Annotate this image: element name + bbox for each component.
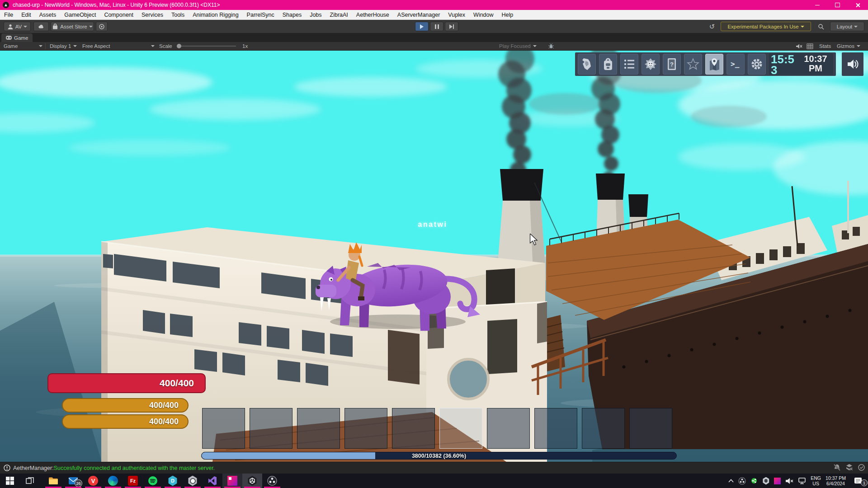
experimental-packages-button[interactable]: Experimental Packages In Use bbox=[721, 22, 811, 31]
tray-clock[interactable]: 10:37 PM6/4/2024 bbox=[823, 474, 848, 488]
search-button[interactable] bbox=[815, 22, 827, 31]
hotbar-slot-8[interactable] bbox=[534, 408, 577, 449]
taskbar-visual-studio[interactable] bbox=[203, 474, 222, 488]
gizmos-dropdown[interactable]: Gizmos bbox=[837, 42, 860, 50]
taskbar-docker[interactable]: D bbox=[163, 474, 183, 488]
menu-edit[interactable]: Edit bbox=[17, 10, 35, 20]
play-button[interactable] bbox=[415, 22, 429, 31]
status-bar[interactable]: AetherManager: Succesfully connected and… bbox=[0, 462, 868, 474]
capture-bug-button[interactable] bbox=[548, 42, 554, 50]
taskbar-github-desktop[interactable] bbox=[183, 474, 203, 488]
progress-check-icon[interactable] bbox=[858, 464, 865, 471]
close-button[interactable] bbox=[848, 0, 868, 10]
asset-store-button[interactable]: Asset Store bbox=[51, 22, 94, 31]
menu-window[interactable]: Window bbox=[469, 10, 497, 20]
lion-button[interactable] bbox=[642, 54, 660, 75]
menu-parrelsync[interactable]: ParrelSync bbox=[243, 10, 278, 20]
star-button[interactable] bbox=[684, 54, 702, 75]
hotbar-slot-4[interactable] bbox=[344, 408, 387, 449]
tray-language[interactable]: ENGUS bbox=[808, 474, 823, 488]
menu-zibraai[interactable]: ZibraAI bbox=[326, 10, 352, 20]
undo-history-button[interactable]: ↺ bbox=[706, 22, 718, 31]
maximize-button[interactable] bbox=[827, 0, 848, 10]
taskbar-rider[interactable] bbox=[222, 474, 242, 488]
map-pin-icon bbox=[708, 57, 720, 71]
menu-jobs[interactable]: Jobs bbox=[306, 10, 326, 20]
unity-editor-window: chased-urp - NewWorld - Windows, Mac, Li… bbox=[0, 0, 868, 488]
taskbar-spotify[interactable] bbox=[143, 474, 163, 488]
mute-audio-button[interactable] bbox=[796, 42, 802, 50]
taskbar-vivaldi[interactable]: V bbox=[83, 474, 103, 488]
display-dropdown[interactable]: Display 1 bbox=[50, 42, 77, 50]
menu-component[interactable]: Component bbox=[100, 10, 137, 20]
torn-map-button[interactable] bbox=[578, 54, 596, 75]
layout-button[interactable]: Layout bbox=[830, 22, 864, 31]
game-mode-dropdown[interactable]: Game bbox=[4, 42, 42, 50]
menu-aservermanager[interactable]: AServerManager bbox=[393, 10, 444, 20]
account-button[interactable]: AV bbox=[4, 22, 31, 31]
hotbar-slot-10[interactable] bbox=[629, 408, 672, 449]
task-view-button[interactable] bbox=[20, 474, 40, 488]
menu-help[interactable]: Help bbox=[498, 10, 518, 20]
pause-button[interactable] bbox=[430, 22, 443, 31]
hud-sound-button[interactable] bbox=[842, 52, 863, 76]
pause-icon bbox=[435, 24, 439, 29]
backpack-button[interactable] bbox=[599, 54, 617, 75]
taskbar-file-explorer[interactable] bbox=[43, 474, 63, 488]
taskbar-obs[interactable] bbox=[262, 474, 282, 488]
start-button[interactable] bbox=[0, 474, 20, 488]
cloud-button[interactable] bbox=[33, 22, 49, 31]
notifications-muted-icon[interactable] bbox=[833, 464, 841, 471]
tray-expand-button[interactable] bbox=[726, 474, 736, 488]
tab-game[interactable]: Game bbox=[1, 33, 33, 42]
chevron-down-icon bbox=[854, 26, 858, 28]
taskbar-filezilla[interactable]: Fz bbox=[123, 474, 143, 488]
menu-vuplex[interactable]: Vuplex bbox=[444, 10, 469, 20]
menu-tools[interactable]: Tools bbox=[167, 10, 189, 20]
hotbar-slot-7[interactable] bbox=[487, 408, 530, 449]
notification-center-button[interactable]: 1 bbox=[848, 474, 868, 488]
taskbar-edge[interactable] bbox=[103, 474, 123, 488]
rider-icon bbox=[227, 476, 237, 486]
tray-network[interactable] bbox=[796, 474, 808, 488]
github-desktop-icon bbox=[188, 476, 198, 486]
taskbar-unity[interactable] bbox=[242, 474, 262, 488]
hotbar-slot-5[interactable] bbox=[392, 408, 435, 449]
hotbar-slot-3[interactable] bbox=[297, 408, 340, 449]
aspect-dropdown[interactable]: Free Aspect bbox=[82, 42, 155, 50]
tray-obs[interactable] bbox=[736, 474, 748, 488]
hud-clock: 15:53 10:37 PM bbox=[769, 53, 833, 75]
menu-file[interactable]: File bbox=[0, 10, 17, 20]
hotbar-slot-9[interactable] bbox=[582, 408, 625, 449]
menu-gameobject[interactable]: GameObject bbox=[60, 10, 100, 20]
scale-slider[interactable] bbox=[177, 42, 236, 50]
tray-unity-hub[interactable] bbox=[760, 474, 772, 488]
cache-layers-icon[interactable] bbox=[845, 464, 853, 471]
tray-volume[interactable] bbox=[783, 474, 796, 488]
hotbar-slot-1[interactable] bbox=[202, 408, 245, 449]
version-control-button[interactable] bbox=[96, 22, 108, 31]
minimize-button[interactable] bbox=[807, 0, 827, 10]
tray-network-share[interactable] bbox=[748, 474, 760, 488]
step-button[interactable] bbox=[445, 22, 458, 31]
menu-assets[interactable]: Assets bbox=[35, 10, 61, 20]
hotbar-slot-6[interactable] bbox=[439, 408, 482, 449]
menu-shapes[interactable]: Shapes bbox=[278, 10, 306, 20]
menu-animation-rigging[interactable]: Animation Rigging bbox=[189, 10, 242, 20]
hotbar-slot-2[interactable] bbox=[250, 408, 292, 449]
settings-button[interactable] bbox=[748, 54, 766, 75]
grid-toggle-button[interactable] bbox=[807, 42, 813, 50]
terminal-button[interactable]: >_ bbox=[726, 54, 745, 75]
map-pin-button[interactable] bbox=[705, 54, 723, 75]
menu-services[interactable]: Services bbox=[137, 10, 167, 20]
tray-rider[interactable] bbox=[772, 474, 783, 488]
info-card-button[interactable]: ? bbox=[663, 54, 681, 75]
slider-knob[interactable] bbox=[177, 44, 181, 48]
chevron-down-icon bbox=[857, 45, 860, 47]
stats-toggle[interactable]: Stats bbox=[819, 42, 831, 50]
menu-aetherhouse[interactable]: AetherHouse bbox=[352, 10, 393, 20]
game-viewport[interactable]: ? >_ 15:53 10:37 PM anatwi bbox=[0, 51, 868, 462]
play-focused-dropdown[interactable]: Play Focused bbox=[499, 42, 537, 50]
quest-list-button[interactable] bbox=[620, 54, 638, 75]
taskbar-mail[interactable]: 26 bbox=[63, 474, 83, 488]
